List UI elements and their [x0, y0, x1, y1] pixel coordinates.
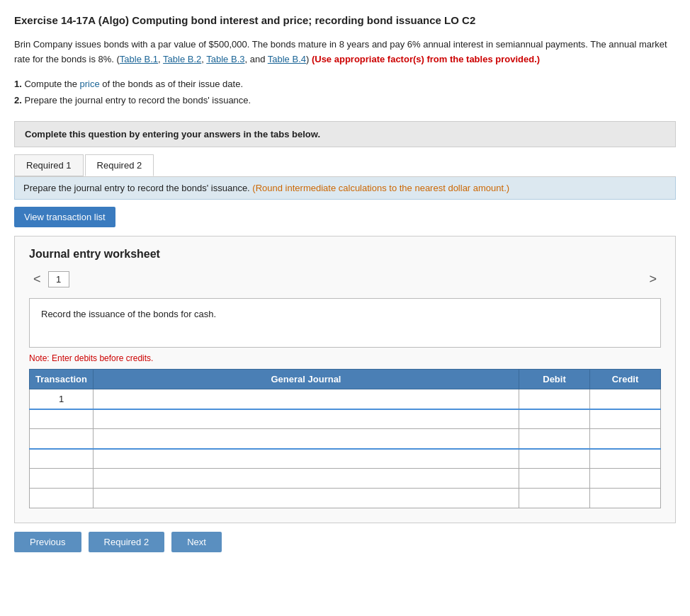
nav-row: < 1 >	[29, 270, 661, 288]
debit-cell-6[interactable]	[519, 489, 590, 508]
table-row	[30, 409, 661, 429]
credit-input-4[interactable]	[590, 450, 660, 469]
table-row: 1	[30, 389, 661, 409]
general-journal-input-1[interactable]	[94, 389, 519, 409]
sub-instruction: Prepare the journal entry to record the …	[14, 177, 676, 200]
credit-cell-5[interactable]	[590, 469, 661, 489]
credit-cell-1[interactable]	[590, 389, 661, 409]
worksheet-title: Journal entry worksheet	[29, 248, 661, 261]
use-tables-note: (Use appropriate factor(s) from the tabl…	[312, 54, 540, 64]
general-journal-cell-3[interactable]	[94, 429, 519, 449]
debit-input-3[interactable]	[519, 429, 589, 448]
debit-input-1[interactable]	[519, 389, 589, 409]
tabs-container: Required 1 Required 2	[14, 154, 676, 176]
steps-section: 1. Compute the price of the bonds as of …	[14, 76, 676, 109]
credit-cell-2[interactable]	[590, 409, 661, 429]
header-credit: Credit	[590, 370, 661, 389]
debit-cell-2[interactable]	[519, 409, 590, 429]
required2-button[interactable]: Required 2	[89, 532, 165, 552]
table-row	[30, 469, 661, 489]
transaction-num-2	[30, 409, 94, 429]
transaction-num-4	[30, 449, 94, 469]
header-debit: Debit	[519, 370, 590, 389]
debit-input-4[interactable]	[519, 450, 589, 469]
credit-cell-6[interactable]	[590, 489, 661, 508]
table-b3-link[interactable]: Table B.3	[206, 54, 244, 64]
table-row	[30, 429, 661, 449]
general-journal-cell-1[interactable]	[94, 389, 519, 409]
transaction-num-5	[30, 469, 94, 489]
sub-instruction-text: Prepare the journal entry to record the …	[23, 183, 250, 193]
debit-input-6[interactable]	[519, 489, 589, 508]
nav-current-page: 1	[48, 271, 69, 287]
general-journal-input-5[interactable]	[94, 469, 519, 488]
worksheet-container: Journal entry worksheet < 1 > Record the…	[14, 236, 676, 523]
credit-cell-4[interactable]	[590, 449, 661, 469]
header-general-journal: General Journal	[94, 370, 519, 389]
tabs-wrapper: Required 1 Required 2	[14, 154, 676, 177]
description-box: Record the issuance of the bonds for cas…	[29, 298, 661, 348]
nav-right-arrow[interactable]: >	[645, 270, 661, 288]
credit-input-6[interactable]	[590, 489, 660, 508]
transaction-num-3	[30, 429, 94, 449]
intro-paragraph: Brin Company issues bonds with a par val…	[14, 38, 676, 67]
table-b1-link[interactable]: Table B.1	[120, 54, 158, 64]
table-b2-link[interactable]: Table B.2	[163, 54, 201, 64]
general-journal-input-3[interactable]	[94, 429, 519, 448]
table-row	[30, 449, 661, 469]
debit-cell-5[interactable]	[519, 469, 590, 489]
credit-input-5[interactable]	[590, 469, 660, 488]
enter-debits-note: Note: Enter debits before credits.	[29, 353, 661, 363]
step-2: 2. Prepare the journal entry to record t…	[14, 92, 676, 108]
transaction-num-1: 1	[30, 389, 94, 409]
debit-cell-3[interactable]	[519, 429, 590, 449]
step-1: 1. Compute the price of the bonds as of …	[14, 76, 676, 92]
general-journal-input-6[interactable]	[94, 489, 519, 508]
credit-cell-3[interactable]	[590, 429, 661, 449]
journal-table: Transaction General Journal Debit Credit…	[29, 369, 661, 508]
next-button[interactable]: Next	[171, 532, 222, 552]
credit-input-3[interactable]	[590, 429, 660, 448]
general-journal-cell-4[interactable]	[94, 449, 519, 469]
transaction-num-6	[30, 489, 94, 508]
view-transaction-button[interactable]: View transaction list	[14, 207, 115, 227]
tab-required-1[interactable]: Required 1	[14, 154, 84, 176]
tab-required-2[interactable]: Required 2	[85, 154, 154, 176]
table-row	[30, 489, 661, 508]
debit-input-2[interactable]	[519, 410, 589, 429]
previous-button[interactable]: Previous	[14, 532, 81, 552]
bottom-bar: Previous Required 2 Next	[14, 532, 676, 552]
general-journal-cell-2[interactable]	[94, 409, 519, 429]
credit-input-2[interactable]	[590, 410, 660, 429]
general-journal-cell-5[interactable]	[94, 469, 519, 489]
general-journal-cell-6[interactable]	[94, 489, 519, 508]
general-journal-input-2[interactable]	[94, 410, 519, 429]
table-b4-link[interactable]: Table B.4	[268, 54, 306, 64]
debit-input-5[interactable]	[519, 469, 589, 488]
general-journal-input-4[interactable]	[94, 450, 519, 469]
debit-cell-1[interactable]	[519, 389, 590, 409]
page-title: Exercise 14-17A (Algo) Computing bond in…	[14, 13, 676, 28]
nav-left-arrow[interactable]: <	[29, 270, 45, 288]
credit-input-1[interactable]	[590, 389, 660, 409]
instruction-bar: Complete this question by entering your …	[14, 121, 676, 147]
header-transaction: Transaction	[30, 370, 94, 389]
debit-cell-4[interactable]	[519, 449, 590, 469]
round-note: (Round intermediate calculations to the …	[252, 183, 509, 193]
